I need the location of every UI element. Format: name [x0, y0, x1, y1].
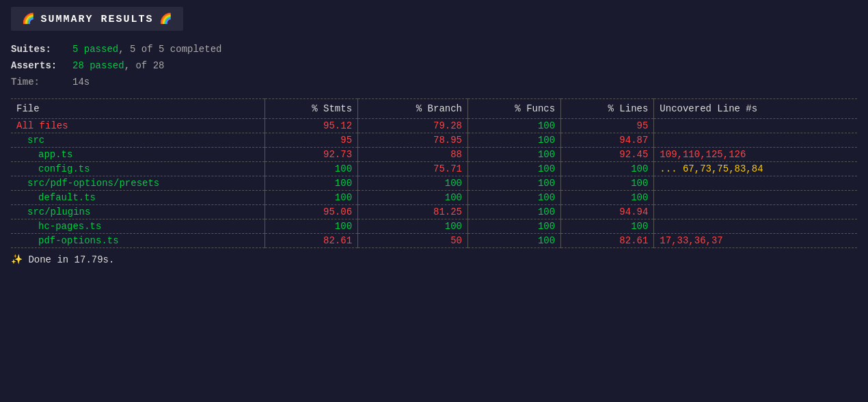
cell-stmts: 100 [265, 176, 357, 191]
cell-stmts: 100 [265, 162, 357, 176]
time-line: Time: 14s [11, 75, 857, 91]
cell-file: src/pdf-options/presets [11, 176, 265, 191]
header-branch: % Branch [358, 99, 468, 119]
summary-section: Suites: 5 passed , 5 of 5 completed Asse… [11, 42, 857, 90]
table-row: hc-pages.ts 100 100 100 100 [11, 219, 857, 234]
cell-branch: 100 [358, 176, 468, 191]
cell-file: config.ts [11, 162, 265, 176]
cell-file: src/plugins [11, 205, 265, 219]
cell-uncovered: 17,33,36,37 [654, 234, 857, 248]
cell-stmts: 82.61 [265, 234, 357, 248]
main-container: 🌈 SUMMARY RESULTS 🌈 Suites: 5 passed , 5… [0, 0, 868, 272]
cell-uncovered [654, 119, 857, 133]
header-stmts: % Stmts [265, 99, 357, 119]
cell-file: app.ts [11, 148, 265, 162]
cell-stmts: 95.06 [265, 205, 357, 219]
asserts-rest: , of 28 [124, 58, 165, 75]
suites-rest: , 5 of 5 completed [118, 42, 221, 58]
table-row: src/pdf-options/presets 100 100 100 100 [11, 176, 857, 191]
asserts-passed: 28 passed [72, 58, 124, 75]
asserts-label: Asserts: [11, 58, 72, 75]
cell-lines: 100 [561, 176, 654, 191]
cell-branch: 88 [358, 148, 468, 162]
cell-file: default.ts [11, 191, 265, 205]
emoji-right: 🌈 [159, 14, 172, 25]
cell-funcs: 100 [468, 234, 561, 248]
cell-branch: 100 [358, 191, 468, 205]
cell-branch: 79.28 [358, 119, 468, 133]
cell-uncovered [654, 191, 857, 205]
cell-funcs: 100 [468, 148, 561, 162]
cell-uncovered [654, 219, 857, 234]
table-row: default.ts 100 100 100 100 [11, 191, 857, 205]
cell-stmts: 100 [265, 191, 357, 205]
cell-funcs: 100 [468, 219, 561, 234]
cell-branch: 78.95 [358, 133, 468, 148]
suites-label: Suites: [11, 42, 72, 58]
cell-file: pdf-options.ts [11, 234, 265, 248]
cell-funcs: 100 [468, 176, 561, 191]
cell-branch: 81.25 [358, 205, 468, 219]
table-row: src/plugins 95.06 81.25 100 94.94 [11, 205, 857, 219]
cell-funcs: 100 [468, 162, 561, 176]
header-file: File [11, 99, 265, 119]
cell-funcs: 100 [468, 191, 561, 205]
table-row: pdf-options.ts 82.61 50 100 82.61 17,33,… [11, 234, 857, 248]
table-header-row: File % Stmts % Branch % Funcs % Lines Un… [11, 99, 857, 119]
suites-line: Suites: 5 passed , 5 of 5 completed [11, 42, 857, 58]
time-value: 14s [72, 75, 90, 91]
cell-uncovered: 109,110,125,126 [654, 148, 857, 162]
header-uncovered: Uncovered Line #s [654, 99, 857, 119]
cell-lines: 100 [561, 219, 654, 234]
cell-funcs: 100 [468, 119, 561, 133]
cell-lines: 92.45 [561, 148, 654, 162]
cell-funcs: 100 [468, 133, 561, 148]
time-label: Time: [11, 75, 72, 91]
asserts-line: Asserts: 28 passed , of 28 [11, 58, 857, 75]
footer-emoji: ✨ [11, 254, 23, 265]
cell-branch: 75.71 [358, 162, 468, 176]
table-row: All files 95.12 79.28 100 95 [11, 119, 857, 133]
cell-branch: 50 [358, 234, 468, 248]
table-row: config.ts 100 75.71 100 100 ... 67,73,75… [11, 162, 857, 176]
cell-uncovered: ... 67,73,75,83,84 [654, 162, 857, 176]
cell-lines: 82.61 [561, 234, 654, 248]
cell-stmts: 95.12 [265, 119, 357, 133]
footer: ✨ Done in 17.79s. [11, 254, 857, 265]
header-lines: % Lines [561, 99, 654, 119]
cell-uncovered [654, 205, 857, 219]
cell-file: src [11, 133, 265, 148]
cell-lines: 94.87 [561, 133, 654, 148]
cell-lines: 95 [561, 119, 654, 133]
summary-title: SUMMARY RESULTS [40, 14, 153, 25]
cell-stmts: 100 [265, 219, 357, 234]
suites-passed: 5 passed [72, 42, 118, 58]
emoji-left: 🌈 [22, 14, 35, 25]
cell-file: All files [11, 119, 265, 133]
cell-funcs: 100 [468, 205, 561, 219]
cell-branch: 100 [358, 219, 468, 234]
title-box: 🌈 SUMMARY RESULTS 🌈 [11, 7, 183, 31]
cell-lines: 94.94 [561, 205, 654, 219]
table-row: src 95 78.95 100 94.87 [11, 133, 857, 148]
table-row: app.ts 92.73 88 100 92.45 109,110,125,12… [11, 148, 857, 162]
coverage-table: File % Stmts % Branch % Funcs % Lines Un… [11, 98, 857, 248]
cell-lines: 100 [561, 162, 654, 176]
cell-stmts: 92.73 [265, 148, 357, 162]
cell-stmts: 95 [265, 133, 357, 148]
cell-file: hc-pages.ts [11, 219, 265, 234]
cell-uncovered [654, 133, 857, 148]
cell-uncovered [654, 176, 857, 191]
header-funcs: % Funcs [468, 99, 561, 119]
cell-lines: 100 [561, 191, 654, 205]
footer-text: Done in 17.79s. [28, 254, 114, 265]
